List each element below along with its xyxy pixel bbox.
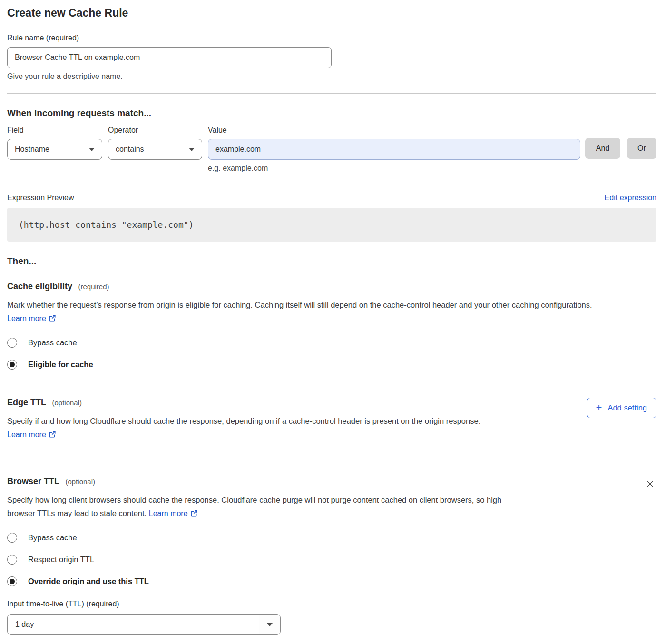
- field-label: Field: [7, 126, 102, 135]
- browser-ttl-option-override-origin[interactable]: Override origin and use this TTL: [7, 576, 656, 586]
- cache-eligibility-description: Mark whether the request’s response from…: [7, 298, 642, 326]
- browser-ttl-option-bypass-cache[interactable]: Bypass cache: [7, 533, 656, 543]
- external-link-icon: [49, 431, 56, 439]
- ttl-select-arrow-button[interactable]: [259, 615, 280, 634]
- external-link-icon: [190, 510, 198, 518]
- radio-icon: [7, 338, 17, 348]
- or-button[interactable]: Or: [627, 138, 656, 159]
- field-select[interactable]: Hostname: [7, 139, 102, 160]
- operator-select-value: contains: [116, 145, 144, 154]
- external-link-icon: [49, 315, 56, 323]
- cache-eligibility-header: Cache eligibility (required): [7, 282, 656, 292]
- value-input[interactable]: [208, 139, 580, 160]
- operator-label: Operator: [108, 126, 202, 135]
- create-cache-rule-page: Create new Cache Rule Rule name (require…: [0, 0, 666, 644]
- radio-icon: [7, 360, 17, 370]
- match-condition-row: Field Hostname Operator contains Value e…: [7, 126, 656, 173]
- edge-ttl-learn-more-link[interactable]: Learn more: [7, 430, 46, 439]
- ttl-select[interactable]: 1 day: [7, 614, 281, 635]
- edge-ttl-optional: (optional): [52, 399, 82, 407]
- add-setting-button[interactable]: + Add setting: [587, 398, 656, 418]
- edit-expression-link[interactable]: Edit expression: [605, 194, 656, 202]
- chevron-down-icon: [189, 148, 195, 151]
- browser-ttl-title: Browser TTL: [7, 477, 59, 486]
- browser-ttl-description: Specify how long client browsers should …: [7, 493, 530, 521]
- page-title: Create new Cache Rule: [7, 7, 656, 20]
- field-select-value: Hostname: [15, 145, 49, 154]
- value-label: Value: [208, 126, 580, 135]
- radio-icon: [7, 555, 17, 565]
- eligibility-option-eligible-for-cache[interactable]: Eligible for cache: [7, 360, 656, 370]
- expression-preview-label: Expression Preview: [7, 194, 74, 202]
- cache-eligibility-learn-more-link[interactable]: Learn more: [7, 314, 46, 322]
- edge-ttl-title: Edge TTL: [7, 398, 46, 407]
- ttl-input-label: Input time-to-live (TTL) (required): [7, 600, 656, 608]
- browser-ttl-learn-more-link[interactable]: Learn more: [149, 509, 188, 517]
- cache-eligibility-required: (required): [78, 283, 109, 291]
- rule-name-help: Give your rule a descriptive name.: [7, 72, 656, 81]
- value-help: e.g. example.com: [208, 164, 580, 173]
- edge-ttl-header: Edge TTL (optional) Specify if and how l…: [7, 398, 656, 442]
- rule-name-label: Rule name (required): [7, 34, 656, 42]
- remove-browser-ttl-button[interactable]: [644, 478, 656, 492]
- radio-label: Respect origin TTL: [28, 555, 94, 564]
- radio-icon: [7, 576, 17, 586]
- then-heading: Then...: [7, 256, 656, 266]
- section-divider: [7, 461, 656, 461]
- radio-icon: [7, 533, 17, 543]
- edge-ttl-description: Specify if and how long Cloudflare shoul…: [7, 414, 530, 442]
- eligibility-option-bypass-cache[interactable]: Bypass cache: [7, 338, 656, 348]
- operator-select[interactable]: contains: [108, 139, 202, 160]
- radio-label: Override origin and use this TTL: [28, 577, 149, 586]
- plus-icon: +: [596, 402, 602, 413]
- expression-header: Expression Preview Edit expression: [7, 194, 656, 202]
- and-button[interactable]: And: [585, 138, 620, 159]
- match-section-heading: When incoming requests match...: [7, 108, 656, 118]
- chevron-down-icon: [89, 148, 95, 151]
- chevron-down-icon: [267, 623, 273, 626]
- ttl-select-value: 1 day: [8, 615, 259, 634]
- section-divider: [7, 382, 656, 382]
- close-icon: [646, 483, 655, 490]
- browser-ttl-header: Browser TTL (optional) Specify how long …: [7, 477, 656, 521]
- radio-label: Bypass cache: [28, 338, 77, 347]
- expression-code: (http.host contains "example.com"): [7, 208, 656, 242]
- radio-label: Eligible for cache: [28, 360, 93, 369]
- radio-label: Bypass cache: [28, 533, 77, 542]
- rule-name-input[interactable]: [7, 47, 332, 68]
- cache-eligibility-title: Cache eligibility: [7, 282, 72, 291]
- browser-ttl-option-respect-origin-ttl[interactable]: Respect origin TTL: [7, 555, 656, 565]
- section-divider: [7, 93, 656, 94]
- browser-ttl-optional: (optional): [65, 478, 95, 486]
